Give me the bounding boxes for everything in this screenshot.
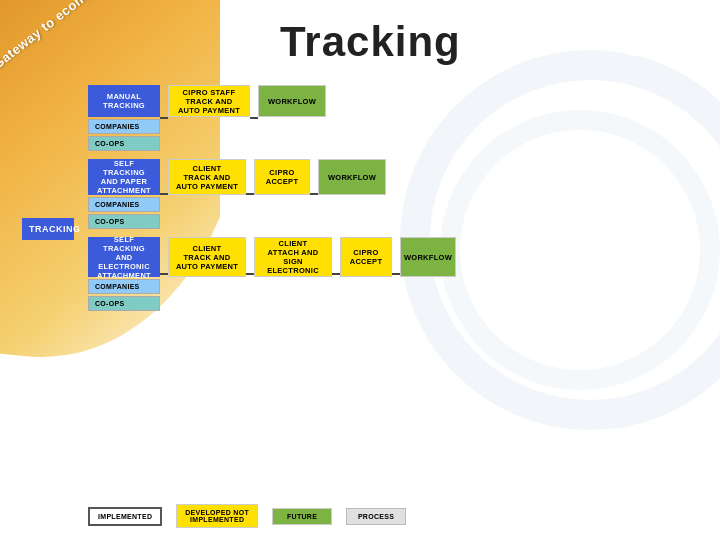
section3-start-col: SELF TRACKINGAND ELECTRONICATTACHMENT CO… [88, 237, 160, 311]
legend-process: PROCESS [346, 508, 406, 525]
cipro-accept-electronic-box: CIPROACCEPT [340, 237, 392, 277]
section3-connector4 [392, 273, 400, 275]
legend-future: FUTURE [272, 508, 332, 525]
legend-developed-box: DEVELOPED NOTIMPLEMENTED [176, 504, 258, 528]
section2-companies: COMPANIES [88, 197, 160, 212]
legend-future-box: FUTURE [272, 508, 332, 525]
section3-connector3 [332, 273, 340, 275]
section2-coops: CO-OPS [88, 214, 160, 229]
section2-connector3 [310, 193, 318, 195]
section2-start-col: SELF TRACKINGAND PAPERATTACHMENT COMPANI… [88, 159, 160, 229]
legend: IMPLEMENTED DEVELOPED NOTIMPLEMENTED FUT… [88, 504, 406, 528]
section2-connector1 [160, 193, 168, 195]
client-track-paper-box: CLIENTTRACK ANDAUTO PAYMENT [168, 159, 246, 195]
page-title: Tracking [280, 18, 461, 66]
legend-implemented: IMPLEMENTED [88, 507, 162, 526]
client-track-electronic-box: CLIENTTRACK ANDAUTO PAYMENT [168, 237, 246, 277]
legend-implemented-box: IMPLEMENTED [88, 507, 162, 526]
section1-coops: CO-OPS [88, 136, 160, 151]
section1-connector1 [160, 117, 168, 119]
self-tracking-paper-box: SELF TRACKINGAND PAPERATTACHMENT [88, 159, 160, 195]
main-content: MANUALTRACKING COMPANIES CO-OPS CIPRO ST… [88, 85, 710, 319]
section3-connector2 [246, 273, 254, 275]
section1-connector2 [250, 117, 258, 119]
section-self-tracking-electronic: SELF TRACKINGAND ELECTRONICATTACHMENT CO… [88, 237, 710, 311]
cipro-staff-box: CIPRO STAFFTRACK ANDAUTO PAYMENT [168, 85, 250, 117]
section3-coops: CO-OPS [88, 296, 160, 311]
tracking-label: TRACKING [22, 218, 74, 240]
manual-tracking-box: MANUALTRACKING [88, 85, 160, 117]
section-manual-tracking: MANUALTRACKING COMPANIES CO-OPS CIPRO ST… [88, 85, 710, 151]
legend-process-box: PROCESS [346, 508, 406, 525]
section1-start-col: MANUALTRACKING COMPANIES CO-OPS [88, 85, 160, 151]
section2-workflow-box: WORKFLOW [318, 159, 386, 195]
section3-main-row: SELF TRACKINGAND ELECTRONICATTACHMENT CO… [88, 237, 710, 311]
section3-companies: COMPANIES [88, 279, 160, 294]
section2-main-row: SELF TRACKINGAND PAPERATTACHMENT COMPANI… [88, 159, 710, 229]
section1-companies: COMPANIES [88, 119, 160, 134]
section2-connector2 [246, 193, 254, 195]
section1-main-row: MANUALTRACKING COMPANIES CO-OPS CIPRO ST… [88, 85, 710, 151]
section3-connector1 [160, 273, 168, 275]
section3-workflow-box: WORKFLOW [400, 237, 456, 277]
legend-developed: DEVELOPED NOTIMPLEMENTED [176, 504, 258, 528]
cipro-accept-box: CIPROACCEPT [254, 159, 310, 195]
self-tracking-electronic-box: SELF TRACKINGAND ELECTRONICATTACHMENT [88, 237, 160, 277]
client-attach-sign-box: CLIENTATTACH ANDSIGN ELECTRONIC [254, 237, 332, 277]
section1-workflow-box: WORKFLOW [258, 85, 326, 117]
section-self-tracking-paper: SELF TRACKINGAND PAPERATTACHMENT COMPANI… [88, 159, 710, 229]
